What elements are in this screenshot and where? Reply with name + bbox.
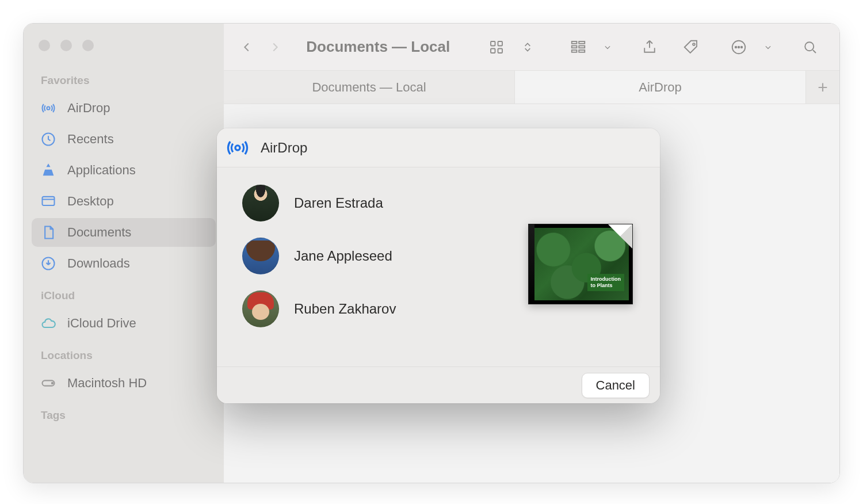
sidebar-item-label: AirDrop xyxy=(67,101,110,116)
sheet-footer: Cancel xyxy=(217,366,660,403)
close-window-button[interactable] xyxy=(39,40,50,51)
sidebar: Favorites AirDrop Recents Applications xyxy=(24,24,224,483)
view-mode-group xyxy=(480,36,540,59)
svg-point-16 xyxy=(693,43,695,45)
sidebar-item-desktop[interactable]: Desktop xyxy=(32,187,216,216)
tab-documents-local[interactable]: Documents — Local xyxy=(224,71,515,104)
download-icon xyxy=(40,255,57,272)
icon-view-button[interactable] xyxy=(484,36,509,59)
window-title: Documents — Local xyxy=(306,38,450,56)
airdrop-icon xyxy=(225,135,250,161)
sidebar-section-tags: Tags xyxy=(24,399,224,427)
tag-button[interactable] xyxy=(679,36,703,59)
recipient-row[interactable]: Jane Appleseed xyxy=(242,238,517,274)
minimize-window-button[interactable] xyxy=(60,40,72,51)
svg-rect-9 xyxy=(498,48,503,53)
svg-point-19 xyxy=(738,46,740,48)
recipient-name: Jane Appleseed xyxy=(294,248,392,264)
recipient-row[interactable]: Daren Estrada xyxy=(242,185,517,222)
view-chevrons-button[interactable] xyxy=(520,36,535,59)
tab-label: AirDrop xyxy=(639,80,682,95)
svg-rect-14 xyxy=(579,45,585,48)
svg-rect-7 xyxy=(498,41,503,46)
sidebar-item-label: Applications xyxy=(67,163,136,178)
sidebar-item-label: Macintosh HD xyxy=(67,376,147,391)
tab-airdrop[interactable]: AirDrop xyxy=(515,71,806,104)
svg-point-5 xyxy=(52,383,53,384)
nav-back-button[interactable] xyxy=(236,37,257,58)
svg-point-21 xyxy=(805,42,814,51)
svg-point-0 xyxy=(47,106,49,109)
search-button[interactable] xyxy=(798,36,822,59)
svg-rect-13 xyxy=(579,41,585,44)
sidebar-item-recents[interactable]: Recents xyxy=(32,125,216,154)
sidebar-item-label: Recents xyxy=(67,132,114,147)
thumbnail-title-line1: Introduction xyxy=(591,276,621,282)
svg-rect-12 xyxy=(572,50,577,52)
svg-rect-6 xyxy=(491,41,495,46)
toolbar: Documents — Local xyxy=(224,24,839,71)
sidebar-item-label: Documents xyxy=(67,225,131,240)
tab-bar: Documents — Local AirDrop + xyxy=(224,71,839,104)
sidebar-item-label: Downloads xyxy=(67,256,130,271)
sidebar-item-applications[interactable]: Applications xyxy=(32,156,216,185)
disk-icon xyxy=(40,375,57,392)
svg-rect-2 xyxy=(43,197,55,205)
avatar xyxy=(242,291,279,327)
recipient-row[interactable]: Ruben Zakharov xyxy=(242,291,517,327)
clock-icon xyxy=(40,131,57,148)
sidebar-item-icloud-drive[interactable]: iCloud Drive xyxy=(32,309,216,338)
avatar xyxy=(242,185,279,222)
svg-rect-8 xyxy=(491,48,495,53)
recipient-name: Daren Estrada xyxy=(294,195,383,211)
svg-point-18 xyxy=(735,46,737,48)
thumbnail-title-line2: to Plants xyxy=(591,282,621,289)
document-icon xyxy=(40,224,57,241)
file-thumbnail: Introduction to Plants xyxy=(528,224,633,304)
svg-rect-11 xyxy=(572,45,577,48)
desktop-icon xyxy=(40,193,57,210)
sheet-title: AirDrop xyxy=(261,140,307,156)
sidebar-item-airdrop[interactable]: AirDrop xyxy=(32,94,216,123)
zoom-window-button[interactable] xyxy=(82,40,94,51)
nav-forward-button[interactable] xyxy=(265,37,286,58)
sidebar-section-locations: Locations xyxy=(24,339,224,368)
sidebar-item-downloads[interactable]: Downloads xyxy=(32,249,216,278)
group-by-menu[interactable] xyxy=(562,36,618,59)
share-button[interactable] xyxy=(637,36,662,59)
avatar xyxy=(242,238,279,274)
sidebar-item-macintosh-hd[interactable]: Macintosh HD xyxy=(32,369,216,398)
sidebar-section-favorites: Favorites xyxy=(24,64,224,93)
sidebar-item-label: Desktop xyxy=(67,194,114,209)
cancel-button[interactable]: Cancel xyxy=(582,373,650,398)
window-controls xyxy=(24,34,224,64)
sidebar-section-icloud: iCloud xyxy=(24,279,224,308)
sidebar-item-documents[interactable]: Documents xyxy=(32,218,216,247)
svg-point-22 xyxy=(235,145,240,150)
recipient-name: Ruben Zakharov xyxy=(294,301,396,317)
apps-icon xyxy=(40,162,57,179)
sheet-body: Daren Estrada Jane Appleseed Ruben Zakha… xyxy=(217,167,660,366)
tab-label: Documents — Local xyxy=(312,80,426,95)
sheet-header: AirDrop xyxy=(217,128,660,167)
svg-point-20 xyxy=(741,46,743,48)
share-preview: Introduction to Plants xyxy=(517,179,644,366)
recipient-list: Daren Estrada Jane Appleseed Ruben Zakha… xyxy=(242,179,517,366)
svg-rect-10 xyxy=(572,41,577,44)
sidebar-item-label: iCloud Drive xyxy=(67,316,136,331)
cloud-icon xyxy=(40,315,57,332)
new-tab-button[interactable]: + xyxy=(806,71,839,104)
finder-window: Favorites AirDrop Recents Applications xyxy=(23,23,840,483)
airdrop-sheet: AirDrop Daren Estrada Jane Appleseed Rub… xyxy=(217,128,660,403)
svg-rect-15 xyxy=(579,50,585,52)
action-menu[interactable] xyxy=(722,36,778,59)
airdrop-icon xyxy=(40,100,57,117)
